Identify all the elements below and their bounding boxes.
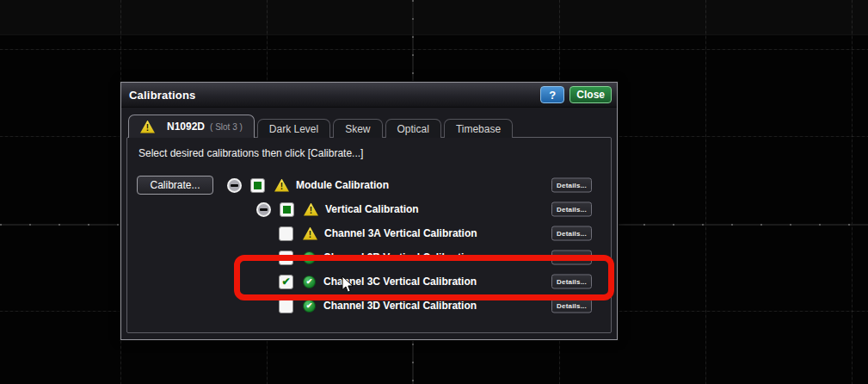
calibration-checkbox[interactable] bbox=[279, 226, 293, 241]
warning-icon bbox=[304, 203, 318, 216]
tab-slot-label: ( Slot 3 ) bbox=[210, 122, 243, 132]
row-label: Module Calibration bbox=[296, 179, 389, 191]
collapse-icon[interactable] bbox=[256, 202, 271, 217]
calibration-checkbox[interactable] bbox=[279, 299, 293, 313]
grid-line-vertical bbox=[852, 0, 853, 384]
details-button[interactable]: Details... bbox=[551, 178, 592, 193]
row-label: Channel 3A Vertical Calibration bbox=[324, 227, 477, 239]
row-label: Channel 3D Vertical Calibration bbox=[323, 300, 477, 312]
oscilloscope-screen: Calibrations ? Close N1092D ( Slot 3 ) D… bbox=[0, 0, 868, 384]
success-icon bbox=[303, 251, 316, 264]
calibrations-dialog: Calibrations ? Close N1092D ( Slot 3 ) D… bbox=[120, 82, 618, 340]
calibration-row: Channel 3D Vertical Calibration Details.… bbox=[127, 294, 611, 318]
calibration-checkbox[interactable] bbox=[280, 202, 294, 217]
calibration-checkbox[interactable] bbox=[279, 251, 293, 265]
details-button[interactable]: Details... bbox=[551, 275, 592, 289]
calibration-row: Vertical Calibration Details... bbox=[127, 197, 611, 221]
tab-skew[interactable]: Skew bbox=[333, 119, 382, 138]
help-icon: ? bbox=[549, 89, 556, 102]
calibration-tree: Module Calibration Details... Vertical C… bbox=[127, 173, 611, 318]
graticule-top-band bbox=[0, 0, 868, 35]
success-icon bbox=[303, 276, 316, 288]
tab-label: Dark Level bbox=[269, 123, 318, 135]
instruction-text: Select desired calibrations then click [… bbox=[139, 147, 363, 159]
details-button[interactable]: Details... bbox=[551, 202, 592, 217]
tab-dark-level[interactable]: Dark Level bbox=[257, 119, 330, 138]
tab-label: Optical bbox=[397, 123, 429, 135]
tab-n1092d[interactable]: N1092D ( Slot 3 ) bbox=[128, 115, 255, 138]
grid-line-horizontal bbox=[0, 49, 868, 50]
tab-label: N1092D bbox=[167, 121, 205, 133]
details-button[interactable]: Details... bbox=[551, 299, 592, 313]
row-label: Channel 3B Vertical Calibration bbox=[323, 251, 477, 263]
tab-timebase[interactable]: Timebase bbox=[444, 119, 513, 138]
warning-icon bbox=[274, 179, 289, 192]
calibration-row: Channel 3C Vertical Calibration Details.… bbox=[127, 269, 611, 294]
dialog-title: Calibrations bbox=[129, 89, 196, 102]
dialog-titlebar[interactable]: Calibrations ? Close bbox=[121, 83, 617, 108]
tab-content-panel: Select desired calibrations then click [… bbox=[126, 137, 612, 333]
details-button[interactable]: Details... bbox=[551, 226, 592, 241]
close-button-label: Close bbox=[576, 89, 605, 101]
calibration-checkbox[interactable] bbox=[250, 178, 265, 193]
tab-warning-icon bbox=[140, 121, 155, 133]
tab-optical[interactable]: Optical bbox=[385, 119, 441, 138]
close-button[interactable]: Close bbox=[569, 86, 612, 103]
row-label: Channel 3C Vertical Calibration bbox=[323, 276, 477, 288]
success-icon bbox=[303, 300, 316, 313]
tab-bar: N1092D ( Slot 3 ) Dark Level Skew Optica… bbox=[128, 115, 515, 138]
calibration-row: Channel 3B Vertical Calibration Details.… bbox=[127, 245, 611, 269]
calibration-checkbox[interactable] bbox=[279, 275, 293, 289]
details-button[interactable]: Details... bbox=[551, 251, 592, 265]
help-button[interactable]: ? bbox=[540, 86, 564, 103]
grid-line-vertical bbox=[705, 0, 706, 384]
collapse-icon[interactable] bbox=[227, 178, 242, 193]
calibration-row: Channel 3A Vertical Calibration Details.… bbox=[127, 221, 611, 245]
calibration-row: Module Calibration Details... bbox=[127, 173, 611, 197]
tab-label: Skew bbox=[345, 123, 370, 135]
tab-label: Timebase bbox=[456, 123, 501, 135]
row-label: Vertical Calibration bbox=[325, 203, 419, 215]
warning-icon bbox=[303, 227, 317, 240]
